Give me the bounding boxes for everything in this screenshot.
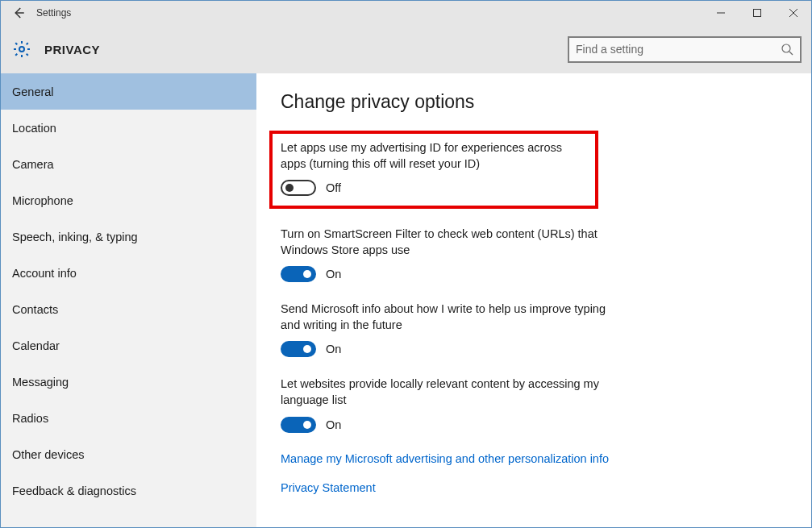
- svg-point-2: [19, 47, 24, 52]
- search-icon: [781, 43, 793, 56]
- setting-description: Let websites provide locally relevant co…: [281, 376, 611, 408]
- sidebar-item-label: Camera: [12, 158, 54, 171]
- sidebar-item-label: Messaging: [12, 376, 69, 389]
- section-title: PRIVACY: [44, 43, 100, 56]
- sidebar-item-microphone[interactable]: Microphone: [1, 182, 256, 218]
- close-button[interactable]: [775, 1, 811, 25]
- title-bar: Settings: [1, 1, 811, 25]
- sidebar-item-label: Speech, inking, & typing: [12, 231, 138, 243]
- svg-rect-1: [753, 10, 760, 17]
- privacy-setting: Send Microsoft info about how I write to…: [281, 301, 611, 357]
- setting-description: Send Microsoft info about how I write to…: [281, 301, 611, 333]
- setting-description: Turn on SmartScreen Filter to check web …: [281, 227, 611, 258]
- sidebar-item-calendar[interactable]: Calendar: [1, 327, 256, 364]
- sidebar-item-radios[interactable]: Radios: [1, 400, 256, 436]
- svg-line-4: [789, 52, 793, 55]
- sidebar-item-label: General: [12, 85, 54, 98]
- sidebar-item-messaging[interactable]: Messaging: [1, 364, 256, 400]
- sidebar-item-label: Calendar: [12, 339, 60, 352]
- toggle-switch[interactable]: [281, 341, 316, 357]
- sidebar-item-location[interactable]: Location: [1, 110, 256, 146]
- sidebar-item-label: Contacts: [12, 303, 58, 316]
- sidebar-item-label: Microphone: [12, 194, 73, 207]
- sidebar-item-label: Location: [12, 122, 56, 135]
- setting-description: Let apps use my advertising ID for exper…: [281, 140, 587, 172]
- header: PRIVACY: [1, 25, 811, 73]
- search-box[interactable]: [568, 36, 802, 63]
- highlight-box: Let apps use my advertising ID for exper…: [269, 131, 598, 209]
- privacy-setting: Let websites provide locally relevant co…: [281, 376, 611, 432]
- toggle-switch[interactable]: [281, 417, 316, 433]
- toggle-state-label: On: [326, 418, 341, 431]
- toggle-switch[interactable]: [281, 266, 316, 282]
- gear-icon: [7, 35, 36, 64]
- toggle-switch[interactable]: [281, 180, 316, 196]
- sidebar-item-speech-inking-typing[interactable]: Speech, inking, & typing: [1, 218, 256, 255]
- sidebar-item-label: Feedback & diagnostics: [12, 484, 136, 497]
- sidebar-item-general[interactable]: General: [1, 73, 256, 110]
- toggle-state-label: Off: [326, 181, 341, 194]
- sidebar-item-label: Account info: [12, 267, 77, 280]
- minimize-button[interactable]: [702, 1, 739, 25]
- sidebar-item-feedback-diagnostics[interactable]: Feedback & diagnostics: [1, 472, 256, 509]
- sidebar-item-other-devices[interactable]: Other devices: [1, 436, 256, 472]
- sidebar: GeneralLocationCameraMicrophoneSpeech, i…: [1, 73, 256, 527]
- toggle-state-label: On: [326, 268, 341, 281]
- sidebar-item-camera[interactable]: Camera: [1, 146, 256, 182]
- search-input[interactable]: [576, 43, 781, 56]
- back-button[interactable]: [1, 1, 36, 25]
- privacy-setting: Turn on SmartScreen Filter to check web …: [281, 227, 611, 282]
- sidebar-item-label: Other devices: [12, 448, 84, 461]
- toggle-state-label: On: [326, 343, 341, 355]
- privacy-setting: Let apps use my advertising ID for exper…: [281, 140, 587, 196]
- maximize-button[interactable]: [739, 1, 775, 25]
- link[interactable]: Manage my Microsoft advertising and othe…: [281, 452, 795, 465]
- link[interactable]: Privacy Statement: [281, 481, 795, 494]
- content: Change privacy options Let apps use my a…: [256, 73, 811, 527]
- svg-point-3: [782, 44, 790, 52]
- sidebar-item-account-info[interactable]: Account info: [1, 255, 256, 291]
- sidebar-item-label: Radios: [12, 412, 48, 425]
- page-heading: Change privacy options: [281, 91, 795, 113]
- sidebar-item-contacts[interactable]: Contacts: [1, 291, 256, 327]
- window-title: Settings: [36, 7, 71, 19]
